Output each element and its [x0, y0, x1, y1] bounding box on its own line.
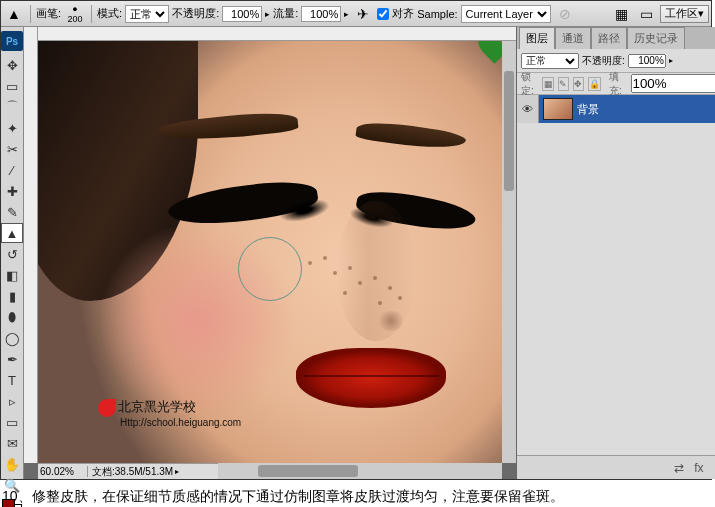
notes-tool[interactable]: ✉: [1, 433, 23, 453]
eraser-tool[interactable]: ◧: [1, 265, 23, 285]
aligned-checkbox[interactable]: [377, 8, 389, 20]
workspace-button[interactable]: 工作区 ▾: [660, 5, 709, 23]
aligned-label: 对齐: [392, 6, 414, 21]
history-brush-tool[interactable]: ↺: [1, 244, 23, 264]
move-tool[interactable]: ✥: [1, 55, 23, 75]
crop-tool[interactable]: ✂: [1, 139, 23, 159]
pen-tool[interactable]: ✒: [1, 349, 23, 369]
path-tool[interactable]: ▹: [1, 391, 23, 411]
ruler-vertical[interactable]: [24, 27, 38, 463]
tab-layers[interactable]: 图层: [519, 27, 555, 49]
ps-logo-icon: Ps: [1, 31, 23, 51]
visibility-icon[interactable]: 👁: [517, 95, 539, 123]
screen-mode-icon[interactable]: ▭: [635, 3, 657, 25]
link-layers-icon[interactable]: ⇄: [674, 461, 684, 475]
lasso-tool[interactable]: ⌒: [1, 97, 23, 117]
airbrush-icon[interactable]: ✈: [352, 3, 374, 25]
opacity-label: 不透明度:: [172, 6, 219, 21]
tab-history[interactable]: 历史记录: [627, 27, 685, 49]
brush-tool[interactable]: ✎: [1, 202, 23, 222]
sample-select[interactable]: Current Layer: [461, 5, 551, 23]
scrollbar-vertical[interactable]: [502, 41, 516, 463]
watermark: 北京黑光学校 Http://school.heiguang.com: [98, 398, 241, 428]
healing-tool[interactable]: ✚: [1, 181, 23, 201]
lock-position-icon[interactable]: ✥: [573, 77, 584, 91]
type-tool[interactable]: T: [1, 370, 23, 390]
layer-panel-buttons: ⇄ fx ▣ ◐ 🗀 ▤ 🗑: [517, 455, 715, 479]
fill-label: 填充:: [609, 70, 626, 98]
lock-transparency-icon[interactable]: ▦: [542, 77, 553, 91]
layer-blend-select[interactable]: 正常: [521, 53, 579, 69]
panel-tabs: 图层 通道 路径 历史记录 ×: [517, 27, 715, 49]
gradient-tool[interactable]: ▮: [1, 286, 23, 306]
zoom-level[interactable]: 60.02%: [38, 466, 88, 477]
options-bar: ▲ 画笔: ●200 模式: 正常 不透明度: ▸ 流量: ▸ ✈ 对齐 Sam…: [1, 1, 711, 27]
layer-lock-row: 锁定: ▦ ✎ ✥ 🔒 填充: ▸: [517, 73, 715, 95]
lock-all-icon[interactable]: 🔒: [588, 77, 601, 91]
fill-input[interactable]: [631, 74, 715, 93]
mode-label: 模式:: [97, 6, 122, 21]
flow-input[interactable]: [301, 6, 341, 22]
layer-opacity-input[interactable]: [628, 54, 666, 68]
layer-opacity-label: 不透明度:: [582, 54, 625, 68]
scrollbar-horizontal[interactable]: [218, 463, 502, 479]
document-canvas[interactable]: 北京黑光学校 Http://school.heiguang.com: [38, 41, 516, 463]
hand-tool[interactable]: ✋: [1, 454, 23, 474]
view-extras-icon[interactable]: ▦: [610, 3, 632, 25]
zoom-tool[interactable]: 🔍: [1, 475, 23, 495]
marquee-tool[interactable]: ▭: [1, 76, 23, 96]
layer-name: 背景: [577, 102, 599, 117]
color-swatch[interactable]: [2, 499, 22, 507]
brush-preview-icon[interactable]: ●200: [64, 3, 86, 25]
photoshop-window: ▲ 画笔: ●200 模式: 正常 不透明度: ▸ 流量: ▸ ✈ 对齐 Sam…: [0, 0, 712, 480]
tab-paths[interactable]: 路径: [591, 27, 627, 49]
watermark-logo-icon: [98, 399, 116, 417]
tab-channels[interactable]: 通道: [555, 27, 591, 49]
flow-label: 流量:: [273, 6, 298, 21]
document-info[interactable]: 文档:38.5M/51.3M: [88, 465, 173, 479]
lock-label: 锁定:: [521, 70, 538, 98]
sample-label: Sample:: [417, 8, 457, 20]
tutorial-caption: 10、修整皮肤，在保证细节质感的情况下通过仿制图章将皮肤过渡均匀，注意要保留雀斑…: [0, 480, 715, 507]
dodge-tool[interactable]: ◯: [1, 328, 23, 348]
ignore-adj-icon[interactable]: ⊘: [554, 3, 576, 25]
ruler-horizontal[interactable]: [38, 27, 516, 41]
layer-thumbnail[interactable]: [543, 98, 573, 120]
clone-stamp-tool[interactable]: ▲: [1, 223, 23, 243]
eyedropper-tool[interactable]: ⁄: [1, 160, 23, 180]
lock-pixels-icon[interactable]: ✎: [558, 77, 569, 91]
shape-tool[interactable]: ▭: [1, 412, 23, 432]
layer-row[interactable]: 👁 背景 🔒: [517, 95, 715, 123]
tool-palette: Ps ✥ ▭ ⌒ ✦ ✂ ⁄ ✚ ✎ ▲ ↺ ◧ ▮ ⬮ ◯ ✒ T ▹ ▭ ✉…: [1, 27, 24, 479]
layer-style-icon[interactable]: fx: [694, 461, 703, 475]
opacity-input[interactable]: [222, 6, 262, 22]
status-bar: 60.02% 文档:38.5M/51.3M ▸: [38, 463, 218, 479]
wand-tool[interactable]: ✦: [1, 118, 23, 138]
blend-mode-select[interactable]: 正常: [125, 5, 169, 23]
blur-tool[interactable]: ⬮: [1, 307, 23, 327]
clone-stamp-tool-icon[interactable]: ▲: [3, 3, 25, 25]
canvas-area: 北京黑光学校 Http://school.heiguang.com 60.02%…: [24, 27, 516, 479]
layer-list: 👁 背景 🔒: [517, 95, 715, 455]
panels-area: 图层 通道 路径 历史记录 × 正常 不透明度: ▸ 锁定: ▦ ✎ ✥ 🔒 填…: [516, 27, 715, 479]
brush-label: 画笔:: [36, 6, 61, 21]
brush-cursor: [238, 237, 302, 301]
